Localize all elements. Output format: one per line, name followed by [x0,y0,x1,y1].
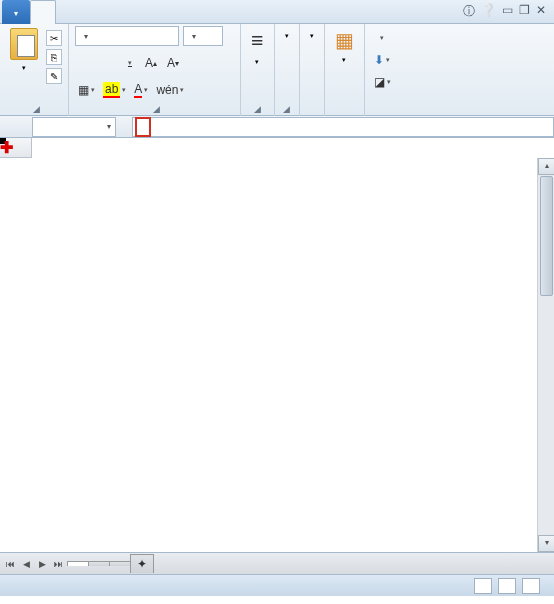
sheet-tab-bar: ⏮ ◀ ▶ ⏭ ✦ [0,552,554,574]
minimize-ribbon-icon[interactable]: ⓘ [463,3,475,20]
tab-data[interactable] [128,0,152,24]
format-painter-button[interactable]: ✎ [46,68,62,84]
tab-home[interactable] [30,0,56,24]
next-sheet-button[interactable]: ▶ [34,556,50,572]
ribbon: ▾ ✂ ⎘ ✎ ◢ ▾ ▾ ▾ A▴ A▾ ▦▾ [0,24,554,116]
worksheet-grid[interactable]: ✚ ▴ ▾ [0,138,554,552]
cursor-crosshair-icon: ✚ [0,138,13,157]
cut-button[interactable]: ✂ [46,30,62,46]
fill-color-button[interactable]: ab▾ [100,80,129,100]
tab-formula[interactable] [104,0,128,24]
styles-button[interactable]: ▾ [306,26,318,42]
copy-button[interactable]: ⎘ [46,49,62,65]
dialog-launcher-icon[interactable]: ◢ [33,104,40,114]
tab-view[interactable] [176,0,200,24]
sheet-tab-1[interactable] [67,561,89,566]
tab-insert[interactable] [56,0,80,24]
status-bar [0,574,554,596]
clear-button[interactable]: ◪▾ [371,72,394,92]
eraser-icon: ◪ [374,75,385,89]
group-number: ▾ ◢ [275,24,300,116]
border-button[interactable]: ▦▾ [75,80,98,100]
tab-file[interactable]: ▾ [2,0,30,24]
first-sheet-button[interactable]: ⏮ [2,556,18,572]
sheet-tab-2[interactable] [88,561,110,566]
normal-view-button[interactable] [474,578,492,594]
name-box[interactable]: ▾ [32,117,116,137]
dialog-launcher-icon[interactable]: ◢ [153,104,160,114]
group-clipboard: ▾ ✂ ⎘ ✎ ◢ [0,24,69,116]
font-color-button[interactable]: A▾ [131,80,151,100]
dialog-launcher-icon[interactable]: ◢ [283,104,290,114]
bold-button[interactable] [75,53,95,73]
italic-button[interactable] [97,53,117,73]
dialog-launcher-icon[interactable]: ◢ [254,104,261,114]
cells-icon: ▦ [335,28,354,52]
font-name-combo[interactable]: ▾ [75,26,179,46]
ribbon-tabs: ▾ ⓘ ❔ ▭ ❐ ✕ [0,0,554,24]
page-layout-view-button[interactable] [498,578,516,594]
group-editing: ▾ ⬇▾ ◪▾ [365,24,400,116]
paste-button[interactable]: ▾ [6,26,42,74]
group-font: ▾ ▾ ▾ A▴ A▾ ▦▾ ab▾ A▾ wén▾ ◢ [69,24,241,116]
vertical-scrollbar[interactable]: ▴ ▾ [537,158,554,552]
formula-bar: ▾ [0,116,554,138]
sheet-tab-3[interactable] [109,561,131,566]
window-restore-icon[interactable]: ❐ [519,3,530,20]
autosum-button[interactable]: ▾ [371,28,391,48]
group-alignment: ≡▾ ◢ [241,24,275,116]
tab-review[interactable] [152,0,176,24]
prev-sheet-button[interactable]: ◀ [18,556,34,572]
window-close-icon[interactable]: ✕ [536,3,546,20]
grow-font-button[interactable]: A▴ [141,53,161,73]
page-break-view-button[interactable] [522,578,540,594]
formula-highlight [135,117,151,137]
group-styles: ▾ [300,24,325,116]
formula-input[interactable] [132,117,554,137]
help-icon[interactable]: ❔ [481,3,496,20]
underline-button[interactable]: ▾ [119,53,139,73]
fill-down-icon: ⬇ [374,53,384,67]
new-sheet-button[interactable]: ✦ [130,554,154,573]
last-sheet-button[interactable]: ⏭ [50,556,66,572]
phonetic-button[interactable]: wén▾ [153,80,187,100]
cells-button[interactable]: ▦▾ [331,26,358,66]
font-size-combo[interactable]: ▾ [183,26,223,46]
paste-icon [10,28,38,60]
tab-layout[interactable] [80,0,104,24]
shrink-font-button[interactable]: A▾ [163,53,183,73]
alignment-button[interactable]: ≡▾ [247,26,268,68]
window-min-icon[interactable]: ▭ [502,3,513,20]
scrollbar-thumb[interactable] [540,176,553,296]
group-cells: ▦▾ [325,24,365,116]
fill-button[interactable]: ⬇▾ [371,50,393,70]
number-format-button[interactable]: ▾ [281,26,293,42]
